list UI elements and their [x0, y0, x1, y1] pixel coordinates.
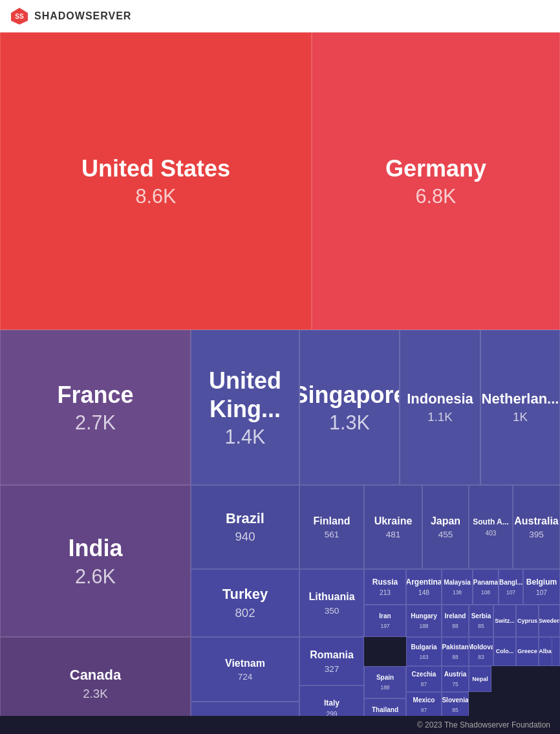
tile-value-us: 8.6K — [136, 185, 177, 208]
tile-name-sp: Spain — [376, 674, 394, 682]
tile-name-de: Germany — [385, 155, 486, 182]
tile-value-br: 940 — [235, 530, 255, 544]
tile-gr2: Greece — [516, 637, 539, 666]
tile-sl: Slovenia85 — [442, 692, 469, 718]
tile-pe — [552, 637, 560, 666]
tile-value-id: 1.1K — [427, 410, 452, 424]
tile-value-pa: 108 — [481, 589, 490, 596]
tile-name-np: Nepal — [472, 676, 488, 683]
tile-name-mx: Mexico — [413, 696, 435, 704]
tile-name-ir: Iran — [379, 612, 391, 620]
tile-name-md: Moldova — [469, 643, 493, 651]
tile-name-be: Belgium — [526, 577, 557, 587]
tile-bg: Bulgaria163 — [406, 637, 442, 666]
tile-my: Malaysia138 — [442, 569, 473, 605]
tile-name-vn: Vietnam — [225, 657, 265, 669]
tile-name-rs: Serbia — [471, 612, 491, 620]
shadowserver-logo-icon: SS — [10, 6, 29, 26]
tile-value-bd: 107 — [506, 589, 515, 596]
tile-name-in: India — [68, 534, 122, 562]
tile-value-my: 138 — [453, 589, 462, 596]
tile-name-bd: Bangl... — [499, 579, 522, 587]
tile-name-tr: Turkey — [222, 586, 268, 603]
footer-text: © 2023 The Shadowserver Foundation — [417, 720, 550, 729]
tile-jp: Japan455 — [422, 485, 469, 569]
tile-ro: Romania327 — [299, 637, 364, 685]
tile-value-ru: 213 — [380, 589, 391, 596]
tile-name-us: United States — [81, 155, 230, 182]
tile-md: Moldova83 — [469, 637, 493, 666]
tile-vn: Vietnam724 — [191, 637, 299, 702]
tile-value-in: 2.6K — [75, 565, 116, 588]
tile-name-ro: Romania — [310, 649, 354, 661]
tile-ir: Iran197 — [364, 605, 406, 637]
tile-lt: Lithuania350 — [299, 569, 364, 637]
tile-name-ie: Ireland — [445, 612, 466, 620]
tile-name-ua: Ukraine — [374, 515, 413, 527]
tile-sg: Singapore1.3K — [299, 330, 400, 485]
tile-value-sl: 85 — [452, 707, 458, 713]
tile-name-sl: Slovenia — [442, 696, 468, 704]
tile-value-pk: 88 — [452, 654, 458, 660]
tile-value-ar: 148 — [418, 589, 429, 596]
tile-value-au2: 75 — [452, 681, 458, 687]
tile-fr: France2.7K — [0, 330, 191, 485]
tile-name-jp: Japan — [431, 515, 460, 527]
tile-id: Indonesia1.1K — [400, 330, 480, 485]
tile-rs: Serbia85 — [469, 605, 493, 637]
tile-value-ca: 2.3K — [83, 687, 107, 701]
tile-pa: Panama108 — [473, 569, 499, 605]
tile-ie: Ireland88 — [442, 605, 469, 637]
tile-ch: Switz... — [493, 605, 516, 637]
tile-value-lt: 350 — [325, 606, 339, 616]
tile-bd: Bangl...107 — [499, 569, 523, 605]
tile-value-fr: 2.7K — [75, 411, 116, 434]
tile-value-ir: 197 — [380, 623, 389, 629]
tile-value-cz: 87 — [421, 681, 427, 687]
tile-br: Brazil940 — [191, 485, 299, 569]
tile-value-sg: 1.3K — [329, 411, 370, 434]
tile-us: United States8.6K — [0, 32, 312, 330]
tile-cy: Cyprus — [516, 605, 539, 637]
tile-value-be: 107 — [536, 589, 547, 596]
tile-value-fi: 561 — [325, 530, 339, 539]
tile-value-md: 83 — [478, 654, 484, 660]
tile-value-jp: 455 — [438, 530, 453, 539]
tile-name-co: Colo... — [496, 648, 514, 655]
tile-in: India2.6K — [0, 485, 191, 637]
tile-name-cy: Cyprus — [517, 618, 537, 625]
header: SS SHADOWSERVER — [0, 0, 560, 32]
tile-value-ua: 481 — [386, 530, 401, 539]
tile-de: Germany6.8K — [312, 32, 560, 330]
tile-nl: Netherlan...1K — [480, 330, 560, 485]
tile-name-uk: United King... — [191, 367, 299, 422]
tile-ua: Ukraine481 — [364, 485, 422, 569]
tile-be: Belgium107 — [523, 569, 560, 605]
tile-value-rs: 85 — [478, 623, 484, 629]
tile-name-ar: Argentina — [406, 577, 442, 587]
tile-au2: Austria75 — [442, 666, 469, 692]
tile-za: South A...403 — [469, 485, 513, 569]
tile-value-bg: 163 — [419, 654, 428, 660]
tile-name-lt: Lithuania — [308, 590, 354, 603]
tile-name-se: Sweden — [539, 618, 560, 625]
tile-co: Colo... — [493, 637, 516, 666]
tile-value-ie: 88 — [452, 623, 458, 629]
tile-name-gr2: Greece — [517, 648, 537, 655]
svg-text:SS: SS — [15, 13, 24, 20]
tile-name-pk: Pakistan — [442, 643, 468, 651]
tile-se: Sweden — [539, 605, 560, 637]
tile-name-bg: Bulgaria — [411, 643, 436, 651]
tile-value-au: 395 — [529, 530, 544, 539]
tile-value-mx: 97 — [421, 707, 427, 713]
tile-name-my: Malaysia — [444, 579, 471, 587]
tile-name-au2: Austria — [444, 671, 466, 678]
tile-name-th: Thailand — [372, 706, 398, 714]
tile-value-nl: 1K — [513, 410, 528, 424]
tile-tr: Turkey802 — [191, 569, 299, 637]
tile-name-fr: France — [57, 381, 133, 409]
tile-value-ro: 327 — [325, 664, 339, 674]
tile-hu: Hungary188 — [406, 605, 442, 637]
tile-name-cz: Czechia — [412, 671, 436, 678]
tile-name-it: Italy — [324, 698, 339, 707]
